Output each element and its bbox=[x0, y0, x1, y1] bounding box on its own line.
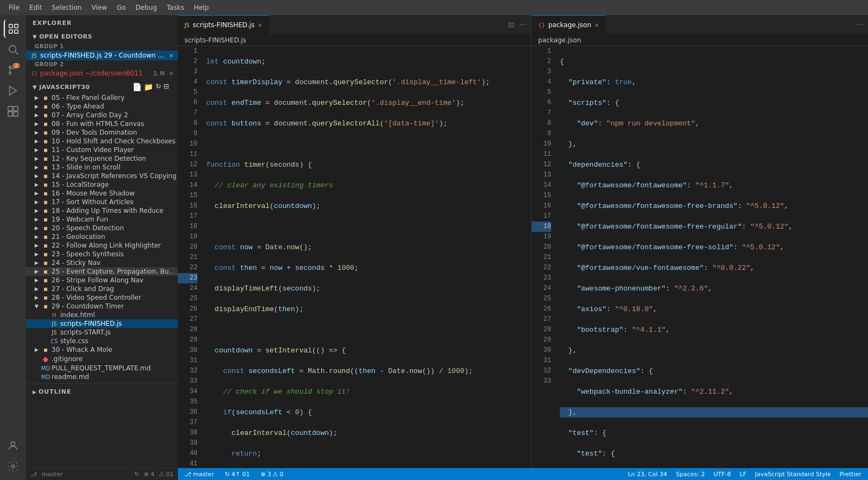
tree-28-label: 28 - Video Speed Controller bbox=[52, 294, 141, 301]
tree-gitignore[interactable]: ◆ .gitignore bbox=[26, 354, 178, 364]
tree-20[interactable]: ▶ ▪ 20 - Speech Detection bbox=[26, 224, 178, 232]
tree-10[interactable]: ▶ ▪ 10 - Hold Shift and Check Checkboxes bbox=[26, 137, 178, 146]
tree-05-arrow: ▶ bbox=[35, 95, 41, 100]
svg-rect-13 bbox=[14, 112, 18, 116]
tree-22[interactable]: ▶ ▪ 22 - Follow Along Link Highlighter bbox=[26, 241, 178, 250]
tree-12[interactable]: ▶ ▪ 12 - Key Sequence Detection bbox=[26, 154, 178, 163]
warning-count[interactable]: ⚠ 01 bbox=[159, 471, 174, 478]
status-language[interactable]: JavaScript Standard Style bbox=[753, 471, 833, 478]
tree-29[interactable]: ▼ ▪ 29 - Countdown Timer bbox=[26, 302, 178, 311]
status-right: Ln 23, Col 34 Spaces: 2 UTF-8 LF JavaScr… bbox=[626, 471, 864, 478]
tree-19[interactable]: ▶ ▪ 19 - Webcam Fun bbox=[26, 215, 178, 224]
tree-06[interactable]: ▶ ▪ 06 - Type Ahead bbox=[26, 102, 178, 111]
right-more-actions[interactable]: ··· bbox=[855, 20, 865, 30]
left-tab-close[interactable]: ✕ bbox=[258, 22, 262, 28]
tree-15[interactable]: ▶ ▪ 15 - LocalStorage bbox=[26, 180, 178, 189]
left-code-content[interactable]: let countdown; const timerDisplay = docu… bbox=[202, 46, 531, 468]
new-folder-icon[interactable]: 📁 bbox=[144, 83, 154, 91]
folder-icon: ▪ bbox=[41, 120, 50, 128]
activity-search-icon[interactable] bbox=[4, 40, 22, 59]
collapse-icon[interactable]: ⊟ bbox=[163, 83, 169, 91]
tree-18[interactable]: ▶ ▪ 18 - Adding Up Times with Reduce bbox=[26, 206, 178, 215]
folder-icon: ▪ bbox=[41, 198, 50, 206]
javascript30-header[interactable]: ▼ JAVASCRIPT30 📄 📁 ↻ ⊟ bbox=[26, 80, 178, 93]
tree-27[interactable]: ▶ ▪ 27 - Click and Drag bbox=[26, 285, 178, 293]
activity-accounts-icon[interactable] bbox=[4, 437, 22, 455]
tree-05[interactable]: ▶ ▪ 05 - Flex Panel Gallery bbox=[26, 93, 178, 102]
activity-extensions-icon[interactable] bbox=[4, 102, 22, 121]
tree-29-scripts-start[interactable]: JS scripts-START.js bbox=[26, 328, 178, 337]
status-spaces[interactable]: Spaces: 2 bbox=[674, 471, 707, 478]
activity-files-icon[interactable] bbox=[4, 20, 22, 38]
status-encoding[interactable]: UTF-8 bbox=[711, 471, 733, 478]
git-branch-icon[interactable]: ⎇ bbox=[30, 471, 37, 478]
close-package-btn[interactable]: ✕ bbox=[169, 71, 174, 77]
activity-settings-icon[interactable] bbox=[4, 457, 22, 476]
right-tab-package[interactable]: {} package.json ✕ bbox=[532, 15, 606, 34]
menu-help[interactable]: Help bbox=[189, 3, 213, 12]
status-sync[interactable]: ↻ 4↑ 01 bbox=[222, 471, 252, 478]
sidebar-content[interactable]: ▼ OPEN EDITORS GROUP 1 JS scripts-FINISH… bbox=[26, 31, 178, 468]
tree-07[interactable]: ▶ ▪ 07 - Array Cardio Day 2 bbox=[26, 111, 178, 119]
menu-debug[interactable]: Debug bbox=[131, 3, 161, 12]
open-editor-package-name: package.json ~/code/soen6011 bbox=[40, 70, 151, 77]
menu-file[interactable]: File bbox=[4, 3, 24, 12]
menu-tasks[interactable]: Tasks bbox=[162, 3, 188, 12]
tree-28[interactable]: ▶ ▪ 28 - Video Speed Controller bbox=[26, 293, 178, 302]
tree-11[interactable]: ▶ ▪ 11 - Custom Video Player bbox=[26, 146, 178, 154]
menu-view[interactable]: View bbox=[87, 3, 111, 12]
tree-25[interactable]: ▶ ▪ 25 - Event Capture, Propagation, Bub… bbox=[26, 267, 178, 276]
tree-30[interactable]: ▶ ▪ 30 - Whack A Mole bbox=[26, 345, 178, 354]
menu-go[interactable]: Go bbox=[112, 3, 130, 12]
formatter-text: Prettier bbox=[840, 471, 861, 478]
tree-13[interactable]: ▶ ▪ 13 - Slide in on Scroll bbox=[26, 163, 178, 172]
menu-selection[interactable]: Selection bbox=[47, 3, 86, 12]
activity-run-icon[interactable] bbox=[4, 81, 22, 100]
tree-23[interactable]: ▶ ▪ 23 - Speech Synthesis bbox=[26, 250, 178, 258]
tree-21[interactable]: ▶ ▪ 21 - Geolocation bbox=[26, 232, 178, 241]
outline-section[interactable]: ▶ OUTLINE bbox=[26, 383, 178, 400]
javascript30-arrow: ▼ bbox=[33, 84, 37, 90]
right-tab-name: package.json bbox=[548, 21, 591, 29]
tree-readme-label: readme.md bbox=[52, 373, 89, 381]
error-count[interactable]: ⊗ 4 bbox=[144, 471, 155, 478]
open-editors-header[interactable]: ▼ OPEN EDITORS bbox=[26, 31, 178, 42]
status-line-col[interactable]: Ln 23, Col 34 bbox=[626, 471, 669, 478]
tree-29-index[interactable]: H index.html bbox=[26, 311, 178, 319]
sync-status-icon: ↻ bbox=[225, 471, 229, 478]
tree-09[interactable]: ▶ ▪ 09 - Dev Tools Domination bbox=[26, 128, 178, 137]
status-branch[interactable]: ⎇ master bbox=[182, 471, 216, 478]
git-branch-name[interactable]: master bbox=[42, 471, 63, 478]
tree-29-scripts-finished[interactable]: JS scripts-FINISHED.js bbox=[26, 319, 178, 328]
tree-26-arrow: ▶ bbox=[35, 277, 41, 283]
refresh-icon[interactable]: ↻ bbox=[156, 83, 162, 91]
tree-17[interactable]: ▶ ▪ 17 - Sort Without Articles bbox=[26, 198, 178, 206]
activity-source-control-icon[interactable]: 2 bbox=[4, 61, 22, 79]
right-tab-close[interactable]: ✕ bbox=[595, 22, 599, 28]
menu-edit[interactable]: Edit bbox=[25, 3, 46, 12]
left-code-editor[interactable]: 12345 678910 1112131415 1617181920 21222… bbox=[178, 46, 531, 468]
tree-08[interactable]: ▶ ▪ 08 - Fun with HTML5 Canvas bbox=[26, 119, 178, 128]
status-line-ending[interactable]: LF bbox=[737, 471, 748, 478]
open-editor-scripts-finished[interactable]: JS scripts-FINISHED.js 29 - Countdown ..… bbox=[26, 50, 178, 60]
tree-29-style[interactable]: CS style.css bbox=[26, 337, 178, 345]
tree-16[interactable]: ▶ ▪ 16 - Mouse Move Shadow bbox=[26, 189, 178, 198]
right-code-editor[interactable]: 12345 678910 1112131415 1617181920 21222… bbox=[532, 46, 868, 468]
tree-29-label: 29 - Countdown Timer bbox=[52, 302, 124, 310]
tree-14[interactable]: ▶ ▪ 14 - JavaScript References VS Copyin… bbox=[26, 172, 178, 180]
tree-24[interactable]: ▶ ▪ 24 - Sticky Nav bbox=[26, 258, 178, 267]
right-code-content[interactable]: { "private": true, "scripts": { "dev": "… bbox=[556, 46, 868, 468]
right-breadcrumb: package.json bbox=[532, 34, 868, 46]
status-formatter[interactable]: Prettier bbox=[838, 471, 864, 478]
close-scripts-btn[interactable]: ✕ bbox=[169, 53, 174, 59]
tree-26[interactable]: ▶ ▪ 26 - Stripe Follow Along Nav bbox=[26, 276, 178, 285]
status-errors[interactable]: ⊗ 3 ⚠ 0 bbox=[258, 471, 285, 478]
more-actions-icon[interactable]: ··· bbox=[518, 20, 528, 30]
left-tab-scripts[interactable]: JS scripts-FINISHED.js ✕ bbox=[178, 15, 270, 34]
open-editor-package-json[interactable]: {} package.json ~/code/soen6011 3, M ✕ bbox=[26, 68, 178, 78]
tree-readme[interactable]: MD readme.md bbox=[26, 372, 178, 381]
tree-pullrequest[interactable]: MD PULL_REQUEST_TEMPLATE.md bbox=[26, 364, 178, 372]
sync-icon[interactable]: ↻ bbox=[135, 471, 139, 478]
new-file-icon[interactable]: 📄 bbox=[132, 83, 142, 91]
split-editor-icon[interactable]: ⊡ bbox=[507, 20, 516, 30]
